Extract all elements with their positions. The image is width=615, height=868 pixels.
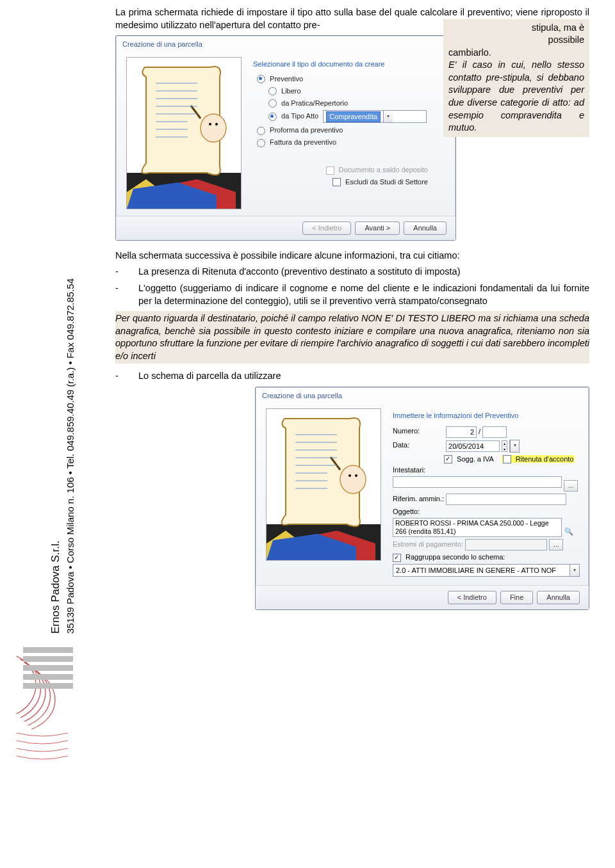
input-numero[interactable]: 2 xyxy=(446,426,477,438)
input-data[interactable]: 20/05/2014 xyxy=(446,440,500,452)
next-button[interactable]: Avanti > xyxy=(355,221,400,235)
search-icon[interactable]: 🔍 xyxy=(564,527,574,537)
date-spinner[interactable]: ▴▾ xyxy=(502,440,507,452)
chevron-down-icon[interactable]: ▾ xyxy=(510,440,519,452)
svg-point-27 xyxy=(340,465,366,494)
check-saldo-deposito: Documento a saldo deposito xyxy=(253,164,428,176)
combo-schema[interactable]: 2.0 - ATTI IMMOBILIARE IN GENERE - ATTO … xyxy=(393,564,580,577)
dialog-title: Creazione di una parcella xyxy=(256,387,589,405)
dialog-creazione-parcella-1: Creazione di una parcella xyxy=(115,35,456,241)
bullet-oggetto: -L'oggetto (suggeriamo di indicare il co… xyxy=(138,282,589,307)
svg-rect-1 xyxy=(23,656,73,662)
radio-libero[interactable]: Libero xyxy=(268,85,428,97)
input-oggetto[interactable]: ROBERTO ROSSI - PRIMA CASA 250.000 - Leg… xyxy=(393,518,562,537)
input-intestatari[interactable] xyxy=(393,476,562,488)
input-riferim[interactable] xyxy=(446,494,566,505)
browse-button[interactable]: … xyxy=(549,539,563,551)
dialog-creazione-parcella-2: Creazione di una parcella xyxy=(255,387,589,610)
svg-rect-3 xyxy=(23,674,73,680)
bullet-ritenuta: -La presenza di Ritenuta d'acconto (prev… xyxy=(138,266,589,278)
note-destinatario: Per quanto riguarda il destinatario, poi… xyxy=(115,311,589,364)
check-sogg-iva[interactable]: Sogg. a IVA xyxy=(444,455,493,463)
finish-button[interactable]: Fine xyxy=(500,591,533,604)
label-data: Data: xyxy=(393,440,444,450)
cancel-button[interactable]: Annulla xyxy=(404,221,447,235)
label-oggetto: Oggetto: xyxy=(393,507,578,517)
mid-paragraph: Nella schermata successiva è possibile i… xyxy=(115,250,589,262)
check-raggruppa[interactable]: Raggruppa secondo lo schema: xyxy=(393,552,578,562)
combo-tipo-atto[interactable]: Compravendita▾ xyxy=(323,110,427,123)
svg-rect-0 xyxy=(23,647,73,653)
back-button: < Indietro xyxy=(302,221,351,235)
company-logo xyxy=(4,643,81,810)
svg-point-28 xyxy=(348,474,351,477)
back-button[interactable]: < Indietro xyxy=(448,591,496,604)
wizard-illustration xyxy=(126,57,242,209)
company-address: 35139 Padova • Corso Milano n. 106 • Tel… xyxy=(64,278,77,634)
label-numero: Numero: xyxy=(393,426,444,436)
wizard-illustration xyxy=(266,408,381,561)
check-ritenuta[interactable]: Ritenuta d'acconto xyxy=(502,455,575,463)
bullet-schema: -Lo schema di parcella da utilizzare xyxy=(138,370,589,383)
radio-da-tipo-atto[interactable]: da Tipo Atto Compravendita▾ xyxy=(268,109,428,124)
input-estremi xyxy=(465,539,547,551)
intro-paragraph: La prima schermata richiede di impostare… xyxy=(115,6,589,31)
browse-button[interactable]: … xyxy=(564,480,578,492)
label-intestatari: Intestatari: xyxy=(393,465,578,475)
svg-point-29 xyxy=(355,474,357,477)
radio-fattura[interactable]: Fattura da preventivo xyxy=(253,136,428,149)
input-numero-suffix[interactable] xyxy=(482,426,507,438)
chevron-down-icon[interactable]: ▾ xyxy=(383,111,393,122)
section-label: Selezionare il tipo di documento da crea… xyxy=(253,57,428,73)
svg-rect-2 xyxy=(23,665,73,671)
section-label: Immettere le informazioni del Preventivo xyxy=(393,408,578,424)
radio-da-pratica[interactable]: da Pratica/Repertorio xyxy=(268,97,428,109)
radio-proforma[interactable]: Proforma da preventivo xyxy=(253,124,428,136)
svg-point-11 xyxy=(209,123,211,125)
chevron-down-icon[interactable]: ▾ xyxy=(570,565,579,576)
cancel-button[interactable]: Annulla xyxy=(537,591,580,604)
company-name: Ernos Padova S.r.l. xyxy=(49,540,63,634)
svg-rect-4 xyxy=(23,683,73,689)
label-riferim: Riferim. ammin.: xyxy=(393,495,444,502)
svg-point-10 xyxy=(201,114,226,142)
label-estremi: Estremi di pagamento: xyxy=(393,540,463,548)
dialog-title: Creazione di una parcella xyxy=(116,36,455,53)
check-escludi-studi[interactable]: Escludi da Studi di Settore xyxy=(253,176,428,188)
side-note-italic: stipula, ma èpossibilecambiarlo.E' il ca… xyxy=(443,19,589,137)
radio-preventivo[interactable]: Preventivo xyxy=(253,73,428,85)
svg-point-12 xyxy=(215,123,218,125)
